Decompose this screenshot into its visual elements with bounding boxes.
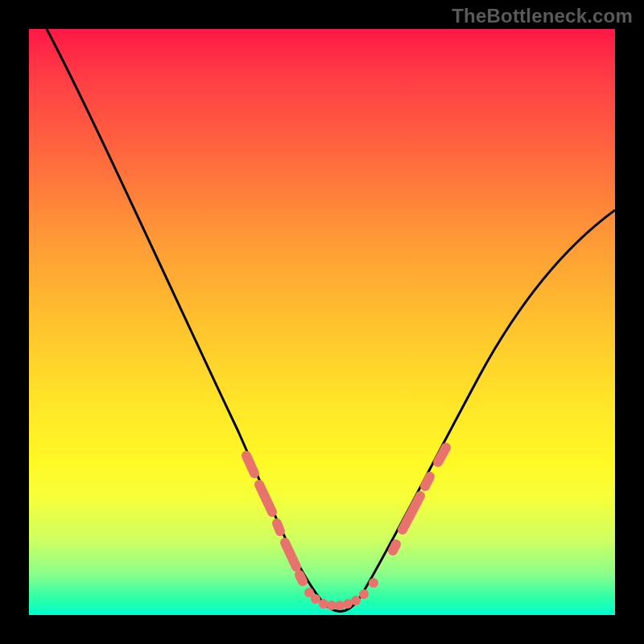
marker-group-left xyxy=(246,456,303,581)
marker-dot xyxy=(319,599,328,609)
marker-dot xyxy=(259,485,272,512)
watermark-text: TheBottleneck.com xyxy=(452,5,633,27)
chart-curve xyxy=(47,29,615,612)
marker-group-right xyxy=(393,448,446,551)
marker-dot xyxy=(425,477,430,486)
marker-dot xyxy=(393,544,396,551)
marker-dot xyxy=(246,456,254,473)
chart-plot-area xyxy=(29,29,615,615)
marker-dot xyxy=(402,496,420,530)
marker-dot xyxy=(285,543,296,567)
chart-svg xyxy=(29,29,615,615)
marker-dot xyxy=(359,589,369,599)
marker-dot xyxy=(311,594,320,604)
marker-dot xyxy=(369,578,378,588)
marker-dot xyxy=(351,596,361,605)
marker-dot xyxy=(335,601,345,610)
marker-dot xyxy=(299,575,303,581)
marker-dot xyxy=(277,523,280,531)
